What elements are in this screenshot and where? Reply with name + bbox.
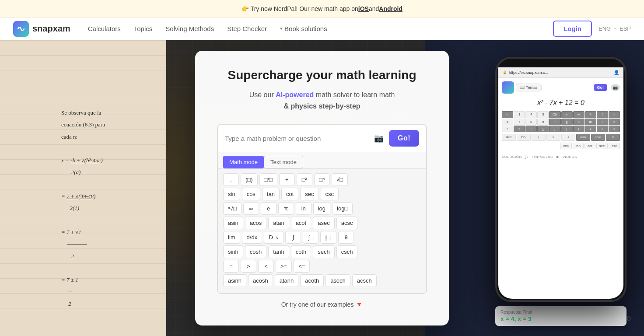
math-input-area: 📷 Go! Math mode Text mode . (□) □/□ ÷ xyxy=(217,124,427,294)
kb-lim[interactable]: lim xyxy=(223,231,240,244)
nav-actions: Login ENG • ESP xyxy=(553,21,631,37)
lang-eng[interactable]: ENG xyxy=(598,25,611,32)
kb-group-compare: = > < >= <= xyxy=(223,260,310,273)
android-link[interactable]: Android xyxy=(379,5,402,12)
lang-esp[interactable]: ESP xyxy=(620,25,631,32)
dropdown-icon: ▾ xyxy=(280,26,283,32)
ios-link[interactable]: iOS xyxy=(358,5,369,12)
keyboard-row-3: lim d/dx D□ₓ ∫ ∫□ |□| θ sinh cosh tanh c… xyxy=(223,231,421,258)
kb-sqrt[interactable]: √□ xyxy=(332,173,348,186)
main-area: Supercharge your math learning Use our A… xyxy=(0,40,644,336)
kb-frac[interactable]: □/□ xyxy=(259,173,277,186)
nav-book-solutions[interactable]: ▾ Book solutions xyxy=(280,25,327,32)
kb-sq[interactable]: □² xyxy=(297,173,312,186)
kb-csc[interactable]: csc xyxy=(321,188,339,200)
keyboard-row-4: = > < >= <= asinh acosh atanh acoth asec… xyxy=(223,260,421,287)
kb-acsch[interactable]: acsch xyxy=(352,274,377,287)
kb-cot[interactable]: cot xyxy=(281,188,298,200)
kb-ln[interactable]: ln xyxy=(296,202,312,215)
navbar: snapxam Calculators Topics Solving Metho… xyxy=(0,18,644,40)
kb-theta[interactable]: θ xyxy=(338,231,354,244)
camera-icon: 📷 xyxy=(374,134,384,143)
logo-icon xyxy=(13,21,29,37)
kb-inf[interactable]: ∞ xyxy=(243,202,259,215)
camera-button[interactable]: 📷 xyxy=(372,132,385,145)
language-selector[interactable]: ENG • ESP xyxy=(598,25,631,32)
kb-asech[interactable]: asech xyxy=(326,274,350,287)
nav-topics[interactable]: Topics xyxy=(134,25,153,32)
kb-asec[interactable]: asec xyxy=(313,217,334,229)
kb-asin[interactable]: asin xyxy=(223,217,243,229)
kb-acot[interactable]: acot xyxy=(291,217,312,229)
math-keyboard: . (□) □/□ ÷ □² □ⁿ √□ sin cos tan cot xyxy=(218,168,426,293)
subtitle-pre: Use our xyxy=(249,91,276,98)
login-button[interactable]: Login xyxy=(553,21,592,37)
kb-coth[interactable]: coth xyxy=(291,245,312,258)
mode-tabs: Math mode Text mode xyxy=(218,152,426,168)
kb-acos[interactable]: acos xyxy=(245,217,266,229)
kb-group-hyp: sinh cosh tanh coth sech csch xyxy=(223,245,357,258)
kb-eq[interactable]: = xyxy=(223,260,239,273)
kb-ddx[interactable]: d/dx xyxy=(242,231,262,244)
kb-acoth[interactable]: acoth xyxy=(300,274,324,287)
card-title: Supercharge your math learning xyxy=(217,68,427,82)
kb-gte[interactable]: >= xyxy=(276,260,292,273)
kb-log[interactable]: log xyxy=(313,202,330,215)
kb-group-adv: ⁿ√□ ∞ e π ln log log□ xyxy=(223,202,353,215)
kb-lte[interactable]: <= xyxy=(294,260,310,273)
kb-sin[interactable]: sin xyxy=(223,188,240,200)
kb-group-trig: sin cos tan cot sec csc xyxy=(223,188,339,200)
kb-atan[interactable]: atan xyxy=(268,217,289,229)
kb-abs[interactable]: |□| xyxy=(320,231,336,244)
kb-group-calc: lim d/dx D□ₓ ∫ ∫□ |□| θ xyxy=(223,231,354,244)
kb-integ[interactable]: ∫ xyxy=(285,231,301,244)
kb-dot[interactable]: . xyxy=(223,173,239,186)
kb-euler[interactable]: e xyxy=(261,202,276,215)
subtitle-ai: AI-powered xyxy=(276,91,314,98)
announcement-text: 👉 Try now NerdPal! Our new math app on xyxy=(242,5,358,12)
kb-tan[interactable]: tan xyxy=(262,188,280,200)
kb-lognth[interactable]: log□ xyxy=(332,202,353,215)
subtitle-post: math solver to learn math xyxy=(314,91,395,98)
logo-svg xyxy=(16,24,26,34)
go-button[interactable]: Go! xyxy=(389,130,419,147)
kb-acsc[interactable]: acsc xyxy=(336,217,358,229)
kb-atanh[interactable]: atanh xyxy=(275,274,299,287)
kb-gt[interactable]: > xyxy=(241,260,256,273)
kb-cosh[interactable]: cosh xyxy=(245,245,266,258)
math-input-field[interactable] xyxy=(225,135,372,142)
examples-section: Or try one of our examples 🔻 xyxy=(217,301,427,308)
kb-intdef[interactable]: ∫□ xyxy=(303,231,318,244)
input-row: 📷 Go! xyxy=(218,125,426,152)
kb-csch[interactable]: csch xyxy=(336,245,358,258)
logo-text: snapxam xyxy=(32,24,70,34)
kb-dpow[interactable]: D□ₓ xyxy=(264,231,284,244)
kb-acosh[interactable]: acosh xyxy=(248,274,273,287)
nav-step-checker[interactable]: Step Checker xyxy=(227,25,267,32)
kb-sinh[interactable]: sinh xyxy=(223,245,243,258)
kb-div[interactable]: ÷ xyxy=(279,173,295,186)
kb-group-basic: . (□) □/□ ÷ □² □ⁿ √□ xyxy=(223,173,348,186)
solver-card: Supercharge your math learning Use our A… xyxy=(195,51,449,326)
kb-nthroot[interactable]: ⁿ√□ xyxy=(223,202,242,215)
kb-pi[interactable]: π xyxy=(278,202,294,215)
logo[interactable]: snapxam xyxy=(13,21,70,37)
nav-calculators[interactable]: Calculators xyxy=(88,25,121,32)
examples-arrow: 🔻 xyxy=(355,301,363,308)
kb-cos[interactable]: cos xyxy=(242,188,260,200)
examples-text: Or try one of our examples xyxy=(281,301,354,308)
math-mode-tab[interactable]: Math mode xyxy=(223,156,264,168)
card-subtitle: Use our AI-powered math solver to learn … xyxy=(217,89,427,112)
text-mode-tab[interactable]: Text mode xyxy=(264,156,303,168)
kb-group-atrig: asin acos atan acot asec acsc xyxy=(223,217,357,229)
kb-asinh[interactable]: asinh xyxy=(223,274,246,287)
subtitle-bold: & physics step-by-step xyxy=(284,102,360,110)
kb-sech[interactable]: sech xyxy=(313,245,334,258)
kb-pow[interactable]: □ⁿ xyxy=(314,173,330,186)
announcement-bar: 👉 Try now NerdPal! Our new math app on i… xyxy=(0,0,644,18)
nav-solving-methods[interactable]: Solving Methods xyxy=(165,25,214,32)
kb-sec[interactable]: sec xyxy=(300,188,318,200)
kb-paren[interactable]: (□) xyxy=(241,173,258,186)
kb-tanh[interactable]: tanh xyxy=(268,245,289,258)
kb-lt[interactable]: < xyxy=(258,260,274,273)
